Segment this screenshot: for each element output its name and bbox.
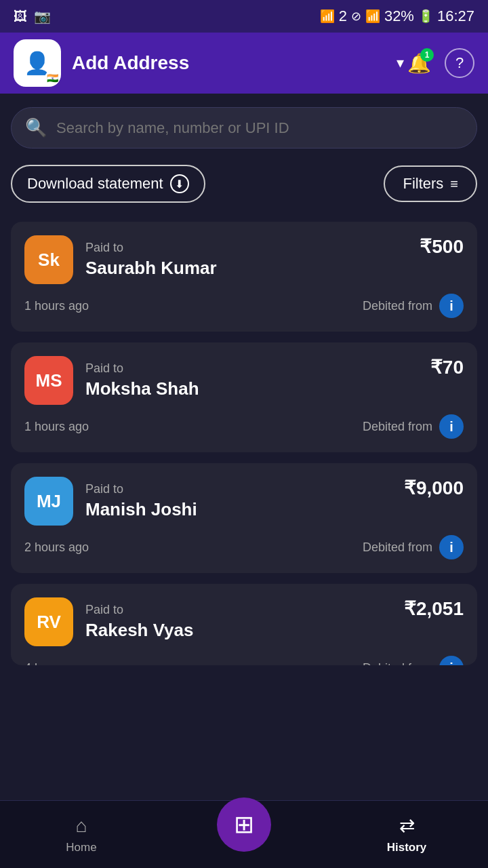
download-circle-icon: ⬇ <box>170 174 189 193</box>
recipient-name: Saurabh Kumar <box>85 258 217 279</box>
time-label: 4 hours ago <box>24 661 89 666</box>
transaction-list: Sk Paid to Saurabh Kumar ₹500 1 hours ag… <box>11 222 477 665</box>
transaction-amount: ₹2,051 <box>404 597 464 620</box>
paid-to-label: Paid to <box>85 361 199 376</box>
time-label: 1 hours ago <box>24 299 89 313</box>
transaction-card[interactable]: Sk Paid to Saurabh Kumar ₹500 1 hours ag… <box>11 222 477 332</box>
status-right: 📶 2 ⊘ 📶 32% 🔋 16:27 <box>320 7 474 25</box>
image-icon: 🖼 <box>14 9 27 24</box>
paid-to-label: Paid to <box>85 241 217 255</box>
debited-from: Debited from i <box>363 294 464 318</box>
time-label: 1 hours ago <box>24 420 89 434</box>
bank-icon: i <box>439 294 464 318</box>
card-info: Paid to Moksha Shah <box>85 361 199 399</box>
qr-icon: ⊞ <box>234 810 254 839</box>
card-bottom: 2 hours ago Debited from i <box>24 535 464 559</box>
card-left: RV Paid to Rakesh Vyas <box>24 597 193 646</box>
header-title: Add Address <box>72 52 392 74</box>
avatar: MS <box>24 356 73 405</box>
bank-icon: i <box>439 535 464 559</box>
user-avatar[interactable]: 👤 🇮🇳 <box>14 39 61 87</box>
card-info: Paid to Saurabh Kumar <box>85 241 217 279</box>
photo-icon: 📷 <box>34 8 51 24</box>
history-icon: ⇄ <box>399 814 415 837</box>
signal-count: 2 <box>339 7 347 25</box>
help-button[interactable]: ? <box>445 48 474 78</box>
filters-button[interactable]: Filters ≡ <box>384 165 477 202</box>
card-top: RV Paid to Rakesh Vyas ₹2,051 <box>24 597 464 646</box>
block-icon: ⊘ <box>351 9 361 24</box>
card-top: Sk Paid to Saurabh Kumar ₹500 <box>24 235 464 284</box>
card-top: MJ Paid to Manish Joshi ₹9,000 <box>24 477 464 526</box>
transaction-card[interactable]: MS Paid to Moksha Shah ₹70 1 hours ago D… <box>11 342 477 452</box>
action-row: Download statement ⬇ Filters ≡ <box>11 165 477 203</box>
notification-badge: 1 <box>420 48 434 62</box>
search-icon: 🔍 <box>25 117 47 138</box>
cell-signal-icon: 📶 <box>365 9 380 24</box>
time-label: 2 hours ago <box>24 540 89 555</box>
download-label: Download statement <box>27 175 163 193</box>
clock: 16:27 <box>437 7 474 25</box>
wifi-icon: 📶 <box>320 9 335 24</box>
nav-history[interactable]: ⇄ History <box>325 814 488 854</box>
card-left: MJ Paid to Manish Joshi <box>24 477 197 526</box>
status-left: 🖼 📷 <box>14 8 51 24</box>
transaction-amount: ₹70 <box>430 356 464 378</box>
help-icon: ? <box>455 54 464 72</box>
avatar: Sk <box>24 235 73 284</box>
bottom-nav: ⌂ Home ⊞ ⇄ History <box>0 800 488 868</box>
debited-from: Debited from i <box>363 656 464 665</box>
header: 👤 🇮🇳 Add Address ▾ 🔔 1 ? <box>0 33 488 94</box>
battery-percent: 32% <box>384 7 414 25</box>
download-statement-button[interactable]: Download statement ⬇ <box>11 165 205 203</box>
recipient-name: Manish Joshi <box>85 499 197 520</box>
bank-icon: i <box>439 656 464 665</box>
transaction-card[interactable]: RV Paid to Rakesh Vyas ₹2,051 4 hours ag… <box>11 584 477 665</box>
avatar: RV <box>24 597 73 646</box>
recipient-name: Rakesh Vyas <box>85 620 193 641</box>
filter-icon: ≡ <box>450 176 458 192</box>
transaction-amount: ₹9,000 <box>404 477 464 499</box>
card-info: Paid to Rakesh Vyas <box>85 603 193 641</box>
main-content: 🔍 Download statement ⬇ Filters ≡ Sk Paid… <box>0 94 488 690</box>
notification-button[interactable]: 🔔 1 <box>404 48 434 78</box>
home-icon: ⌂ <box>76 815 87 837</box>
card-bottom: 4 hours ago Debited from i <box>24 656 464 665</box>
paid-to-label: Paid to <box>85 482 197 496</box>
transaction-amount: ₹500 <box>420 235 464 258</box>
search-input[interactable] <box>56 119 463 137</box>
transaction-card[interactable]: MJ Paid to Manish Joshi ₹9,000 2 hours a… <box>11 463 477 573</box>
history-label: History <box>387 841 427 854</box>
card-top: MS Paid to Moksha Shah ₹70 <box>24 356 464 405</box>
debited-from: Debited from i <box>363 414 464 439</box>
qr-scan-button[interactable]: ⊞ <box>217 797 271 852</box>
card-bottom: 1 hours ago Debited from i <box>24 294 464 318</box>
home-label: Home <box>66 841 96 854</box>
dropdown-arrow-icon[interactable]: ▾ <box>396 54 404 72</box>
header-actions: 🔔 1 ? <box>404 48 474 78</box>
filters-label: Filters <box>403 175 443 193</box>
card-left: MS Paid to Moksha Shah <box>24 356 199 405</box>
flag-badge: 🇮🇳 <box>45 71 60 85</box>
card-left: Sk Paid to Saurabh Kumar <box>24 235 217 284</box>
nav-home[interactable]: ⌂ Home <box>0 815 163 854</box>
status-bar: 🖼 📷 📶 2 ⊘ 📶 32% 🔋 16:27 <box>0 0 488 33</box>
card-info: Paid to Manish Joshi <box>85 482 197 520</box>
debited-from: Debited from i <box>363 535 464 559</box>
nav-qr[interactable]: ⊞ <box>163 818 325 852</box>
bank-icon: i <box>439 414 464 439</box>
recipient-name: Moksha Shah <box>85 378 199 399</box>
paid-to-label: Paid to <box>85 603 193 617</box>
battery-icon: 🔋 <box>418 9 433 24</box>
avatar: MJ <box>24 477 73 526</box>
card-bottom: 1 hours ago Debited from i <box>24 414 464 439</box>
search-bar[interactable]: 🔍 <box>11 107 477 149</box>
